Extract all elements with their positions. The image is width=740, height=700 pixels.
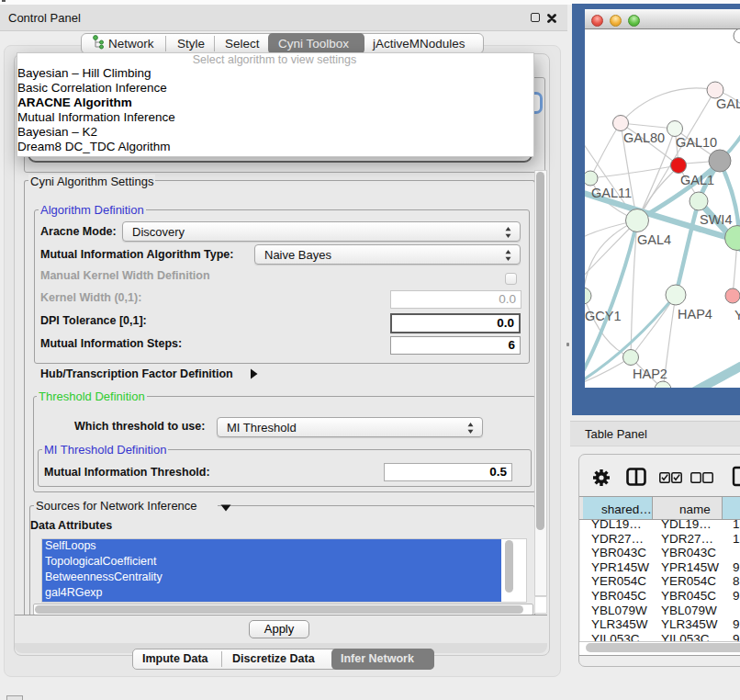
svg-text:HAP4: HAP4 bbox=[678, 307, 712, 322]
svg-text:SWI4: SWI4 bbox=[700, 212, 732, 227]
svg-text:GAL11: GAL11 bbox=[591, 186, 632, 200]
svg-text:GAL4: GAL4 bbox=[637, 232, 671, 247]
svg-text:HAP2: HAP2 bbox=[633, 367, 667, 381]
svg-text:GAL80: GAL80 bbox=[623, 130, 665, 145]
svg-text:GAL10: GAL10 bbox=[676, 135, 717, 150]
svg-text:GAL1: GAL1 bbox=[680, 173, 714, 187]
svg-text:Y: Y bbox=[734, 308, 740, 322]
svg-text:GAL2: GAL2 bbox=[716, 96, 740, 111]
svg-text:GCY1: GCY1 bbox=[585, 309, 622, 323]
